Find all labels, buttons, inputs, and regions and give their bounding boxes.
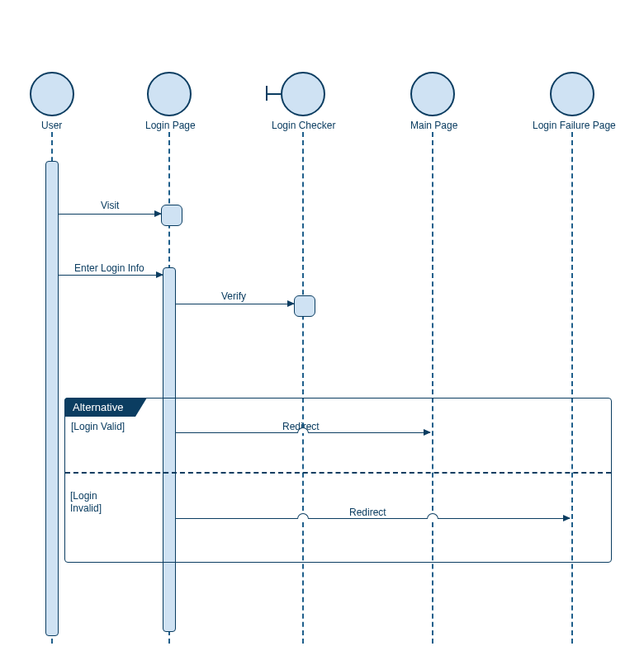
hop-redirect-invalid-1 bbox=[297, 513, 309, 519]
actor-loginchecker-label: Login Checker bbox=[272, 120, 335, 131]
lifeline-loginchecker bbox=[302, 132, 304, 644]
actor-loginpage-label: Login Page bbox=[145, 120, 196, 131]
actor-loginchecker-tick-h bbox=[266, 93, 281, 95]
guard-invalid-l1: [Login bbox=[70, 490, 97, 502]
alt-divider bbox=[65, 472, 611, 474]
alt-frame bbox=[64, 398, 612, 563]
lifeline-mainpage bbox=[432, 132, 433, 644]
msg-visit-label: Visit bbox=[101, 200, 119, 211]
actor-loginpage-head bbox=[147, 72, 192, 116]
activation-loginpage-visit bbox=[161, 205, 182, 226]
activation-loginchecker bbox=[294, 295, 315, 317]
actor-user-label: User bbox=[41, 120, 62, 131]
hop-redirect-valid bbox=[297, 427, 309, 433]
actor-failurepage-label: Login Failure Page bbox=[533, 120, 616, 131]
msg-redirect-invalid-arrow bbox=[176, 518, 570, 519]
actor-user-head bbox=[30, 72, 74, 116]
lifeline-failurepage bbox=[571, 132, 573, 644]
msg-enter-label: Enter Login Info bbox=[74, 262, 144, 274]
actor-loginchecker-tick-v bbox=[266, 86, 268, 101]
guard-valid: [Login Valid] bbox=[71, 421, 125, 432]
msg-redirect-invalid-label: Redirect bbox=[349, 507, 386, 518]
msg-visit-arrow bbox=[59, 214, 161, 215]
actor-mainpage-head bbox=[410, 72, 455, 116]
hop-redirect-invalid-2 bbox=[427, 513, 438, 519]
alt-frame-header: Alternative bbox=[64, 398, 147, 417]
actor-failurepage-head bbox=[550, 72, 594, 116]
actor-loginchecker-head bbox=[281, 72, 325, 116]
activation-user bbox=[45, 161, 59, 636]
msg-verify-arrow bbox=[176, 304, 294, 304]
msg-enter-arrow bbox=[59, 275, 163, 276]
msg-verify-label: Verify bbox=[221, 290, 246, 302]
actor-mainpage-label: Main Page bbox=[410, 120, 457, 131]
guard-invalid-l2: Invalid] bbox=[70, 502, 102, 514]
